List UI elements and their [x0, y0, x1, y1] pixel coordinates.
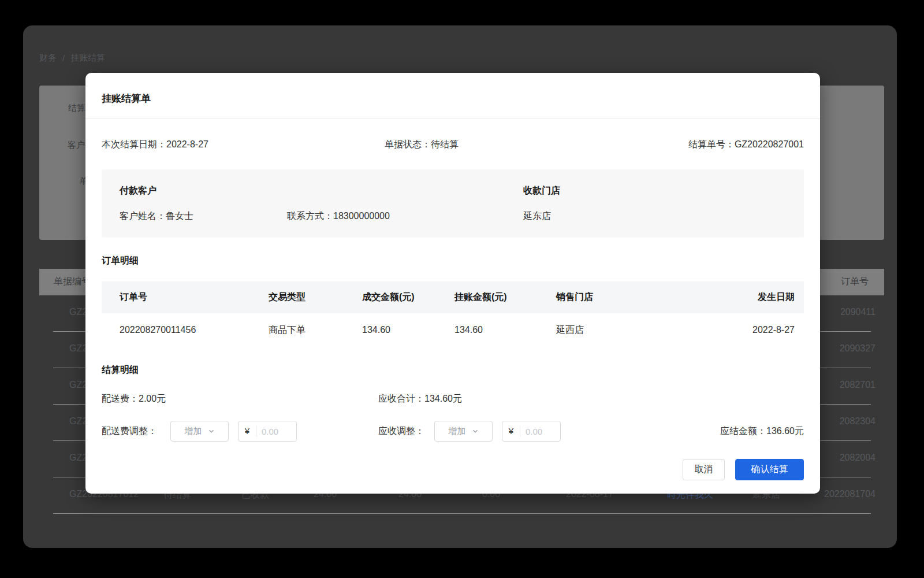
filter-label-fragment: 结算 [68, 102, 85, 114]
cell-occur-date: 2022-8-27 [752, 325, 804, 335]
cell-credit-amount: 134.60 [454, 325, 556, 335]
final-amount-value: 136.60元 [766, 426, 804, 436]
breadcrumb-item-settlement: 挂账结算 [70, 53, 105, 64]
order-detail-table: 订单号 交易类型 成交金额(元) 挂账金额(元) 销售门店 发生日期 20220… [102, 281, 804, 347]
chevron-down-icon [208, 428, 215, 435]
delivery-fee-label: 配送费： [102, 392, 139, 405]
receivable-total-value: 134.60元 [424, 392, 462, 405]
cell-order-no-fragment: 2090327 [840, 343, 875, 354]
col-sale-store: 销售门店 [556, 291, 758, 303]
payer-title: 付款客户 [120, 184, 523, 197]
order-table-row: 202208270011456 商品下单 134.60 134.60 延西店 2… [102, 313, 804, 347]
settlement-dialog: 挂账结算单 本次结算日期：2022-8-27 单据状态：待结算 结算单号：GZ2… [85, 73, 820, 494]
receivable-adjust-label: 应收调整： [378, 425, 434, 438]
bill-status-value: 待结算 [431, 139, 459, 149]
payer-column: 付款客户 客户姓名：鲁女士 联系方式：18300000000 [120, 184, 523, 238]
bill-no-value: GZ20220827001 [735, 139, 804, 149]
final-amount-field: 应结金额：136.60元 [720, 425, 804, 438]
receivable-total-label: 应收合计： [378, 392, 424, 405]
cell-trade-type: 商品下单 [269, 324, 362, 336]
row-divider [53, 513, 871, 514]
dialog-actions: 取消 确认结算 [102, 459, 804, 480]
delivery-adjust-amount-group: ¥ [238, 421, 297, 442]
receivable-adjust-amount-input[interactable] [520, 427, 560, 436]
delivery-fee-field: 配送费：2.00元 [102, 392, 378, 405]
customer-name-value: 鲁女士 [166, 211, 193, 221]
currency-symbol: ¥ [239, 425, 256, 437]
settle-date-field: 本次结算日期：2022-8-27 [102, 138, 385, 151]
delivery-adjust-direction-select[interactable]: 增加 [170, 421, 229, 442]
dialog-title: 挂账结算单 [102, 92, 151, 105]
breadcrumb-separator: / [62, 53, 65, 63]
cell-order-no-fragment: 2090411 [840, 307, 875, 317]
col-occur-date: 发生日期 [758, 291, 804, 303]
customer-contact-label: 联系方式： [287, 211, 333, 221]
bill-status-field: 单据状态：待结算 [385, 138, 688, 151]
col-order-no: 订单号 [102, 291, 269, 303]
receivable-total-field: 应收合计：134.60元 [378, 392, 462, 405]
cell-deal-amount: 134.60 [362, 325, 454, 335]
breadcrumb-item-finance: 财务 [39, 53, 57, 64]
cell-order-no-fragment: 2082304 [840, 416, 875, 427]
receivable-adjust-amount-group: ¥ [502, 421, 561, 442]
settle-date-value: 2022-8-27 [166, 139, 208, 149]
receivable-adjust-direction-select[interactable]: 增加 [434, 421, 493, 442]
customer-contact-field: 联系方式：18300000000 [287, 210, 390, 223]
settle-summary-row: 配送费：2.00元 应收合计：134.60元 [102, 392, 804, 405]
order-table-header: 订单号 交易类型 成交金额(元) 挂账金额(元) 销售门店 发生日期 [102, 281, 804, 313]
bill-status-label: 单据状态： [385, 139, 431, 149]
settle-detail-section-title: 结算明细 [102, 364, 804, 376]
order-detail-section-title: 订单明细 [102, 254, 804, 267]
delivery-fee-value: 2.00元 [139, 392, 166, 405]
customer-name-field: 客户姓名：鲁女士 [120, 210, 287, 223]
final-amount-label: 应结金额： [720, 426, 766, 436]
payee-title: 收款门店 [523, 184, 804, 197]
cancel-button[interactable]: 取消 [683, 459, 725, 480]
cell-order-no-fragment: 2082701 [840, 380, 875, 390]
delivery-adjust-label: 配送费调整： [102, 425, 170, 438]
payee-column: 收款门店 延东店 [523, 184, 804, 238]
cell-order-no: 2022081704 [824, 489, 875, 499]
customer-name-label: 客户姓名： [120, 211, 166, 221]
cell-order-no-fragment: 2082004 [840, 453, 875, 463]
delivery-adjust-direction-value: 增加 [185, 425, 202, 438]
col-deal-amount: 成交金额(元) [362, 291, 454, 303]
dialog-header: 挂账结算单 [85, 73, 820, 119]
bill-no-label: 结算单号： [688, 139, 735, 149]
customer-info-box: 付款客户 客户姓名：鲁女士 联系方式：18300000000 收款门店 延东店 [102, 169, 804, 238]
cell-order-no: 202208270011456 [102, 325, 269, 335]
column-header-order-no: 订单号 [841, 276, 869, 288]
bill-no-field: 结算单号：GZ20220827001 [688, 138, 804, 151]
confirm-settle-button[interactable]: 确认结算 [735, 459, 804, 480]
currency-symbol: ¥ [502, 425, 520, 437]
cell-sale-store: 延西店 [556, 324, 752, 336]
col-credit-amount: 挂账金额(元) [454, 291, 556, 303]
bill-info-row: 本次结算日期：2022-8-27 单据状态：待结算 结算单号：GZ2022082… [102, 138, 804, 151]
delivery-adjust-amount-input[interactable] [256, 427, 296, 436]
col-trade-type: 交易类型 [269, 291, 362, 303]
chevron-down-icon [472, 428, 479, 435]
payee-store-value: 延东店 [523, 210, 804, 223]
breadcrumb: 财务 / 挂账结算 [39, 53, 105, 64]
receivable-adjust-direction-value: 增加 [449, 425, 466, 438]
settle-date-label: 本次结算日期： [102, 139, 166, 149]
customer-contact-value: 18300000000 [333, 211, 390, 221]
settle-adjust-row: 配送费调整： 增加 ¥ 应收调整： 增加 ¥ [102, 421, 804, 442]
